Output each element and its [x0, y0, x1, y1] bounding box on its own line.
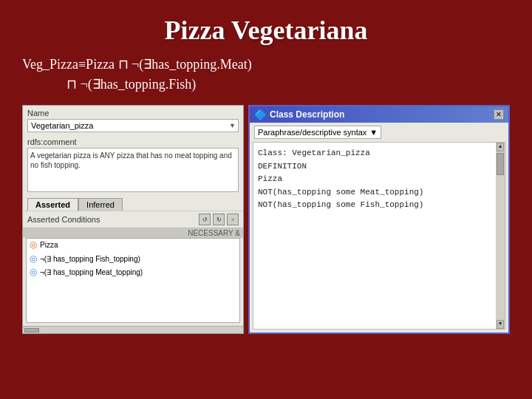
- tab-inferred[interactable]: Inferred: [78, 198, 123, 211]
- condition-meat-text: ¬(∃ has_topping Meat_topping): [40, 267, 143, 277]
- formula-line1: Veg_Pizza≡Pizza ⊓ ¬(∃has_topping.Meat): [22, 55, 510, 75]
- page-title: Pizza Vegetariana: [165, 15, 368, 46]
- formula-line2: ⊓ ¬(∃has_topping.Fish): [22, 75, 510, 95]
- necessary-label: NECESSARY &: [188, 229, 240, 237]
- neg-bullet-fish: ◎: [30, 253, 37, 265]
- scroll-thumb[interactable]: [24, 328, 39, 332]
- conditions-icons: ↺ ↻ +: [199, 214, 239, 225]
- dropdown-label: Paraphrase/descriptive syntax: [258, 128, 366, 137]
- name-section: Name Vegetarian_pizza ▼: [23, 106, 243, 135]
- conditions-header: Asserted Conditions ↺ ↻ +: [23, 211, 243, 228]
- dropdown-row: Paraphrase/descriptive syntax ▼: [250, 123, 508, 142]
- content-line1: Class: Vegetarian_pizza: [258, 147, 500, 160]
- content-line3: DEFINITION: [258, 160, 500, 174]
- condition-pizza: ◎ Pizza: [27, 239, 239, 253]
- forward-icon-btn[interactable]: ↻: [213, 214, 225, 225]
- right-scrollbar[interactable]: ▲ ▼: [496, 143, 505, 329]
- neg-bullet-meat: ◎: [30, 267, 37, 279]
- name-label: Name: [27, 109, 239, 117]
- content-line6: NOT(has_topping some Fish_topping): [258, 199, 500, 212]
- name-select[interactable]: Vegetarian_pizza: [27, 119, 239, 132]
- refresh-icon-btn[interactable]: ↺: [199, 214, 211, 225]
- titlebar-text: Class Description: [270, 109, 344, 120]
- scroll-down-btn[interactable]: ▼: [497, 320, 504, 329]
- class-icon: 🔷: [254, 109, 267, 120]
- left-panel: Name Vegetarian_pizza ▼ rdfs:comment A v…: [22, 105, 244, 334]
- content-line4: Pizza: [258, 173, 500, 186]
- add-icon-btn[interactable]: +: [227, 214, 239, 225]
- condition-fish: ◎ ¬(∃ has_topping Fish_topping): [27, 253, 239, 267]
- conditions-label: Asserted Conditions: [27, 215, 100, 224]
- class-description-content: Class: Vegetarian_pizza DEFINITION Pizza…: [253, 142, 505, 330]
- bullet-circle: ◎: [30, 239, 37, 251]
- condition-pizza-text: Pizza: [40, 240, 58, 250]
- scroll-thumb[interactable]: [497, 153, 504, 175]
- titlebar-left: 🔷 Class Description: [254, 109, 344, 120]
- condition-meat: ◎ ¬(∃ has_topping Meat_topping): [27, 266, 239, 280]
- dropdown-arrow: ▼: [369, 128, 378, 137]
- comment-box: A vegetarian pizza is ANY pizza that has…: [27, 148, 239, 192]
- necessary-bar: NECESSARY &: [23, 228, 243, 238]
- name-select-wrapper: Vegetarian_pizza ▼: [27, 119, 239, 132]
- comment-label: rdfs:comment: [23, 135, 243, 148]
- name-value: Vegetarian_pizza: [31, 121, 93, 130]
- bottom-scrollbar[interactable]: [23, 326, 243, 333]
- scroll-up-btn[interactable]: ▲: [497, 143, 504, 151]
- content-line5: NOT(has_topping some Meat_topping): [258, 186, 500, 200]
- condition-fish-text: ¬(∃ has_topping Fish_topping): [40, 254, 140, 264]
- main-panels: Name Vegetarian_pizza ▼ rdfs:comment A v…: [22, 105, 510, 334]
- right-panel: 🔷 Class Description ✕ Paraphrase/descrip…: [248, 105, 510, 334]
- close-button[interactable]: ✕: [494, 109, 504, 120]
- formula-area: Veg_Pizza≡Pizza ⊓ ¬(∃has_topping.Meat) ⊓…: [22, 55, 510, 95]
- syntax-dropdown[interactable]: Paraphrase/descriptive syntax ▼: [254, 126, 381, 139]
- tabs-row: Asserted Inferred: [23, 195, 243, 211]
- class-description-titlebar: 🔷 Class Description ✕: [250, 106, 508, 123]
- conditions-list: ◎ Pizza ◎ ¬(∃ has_topping Fish_topping) …: [26, 238, 240, 323]
- tab-asserted[interactable]: Asserted: [27, 198, 78, 211]
